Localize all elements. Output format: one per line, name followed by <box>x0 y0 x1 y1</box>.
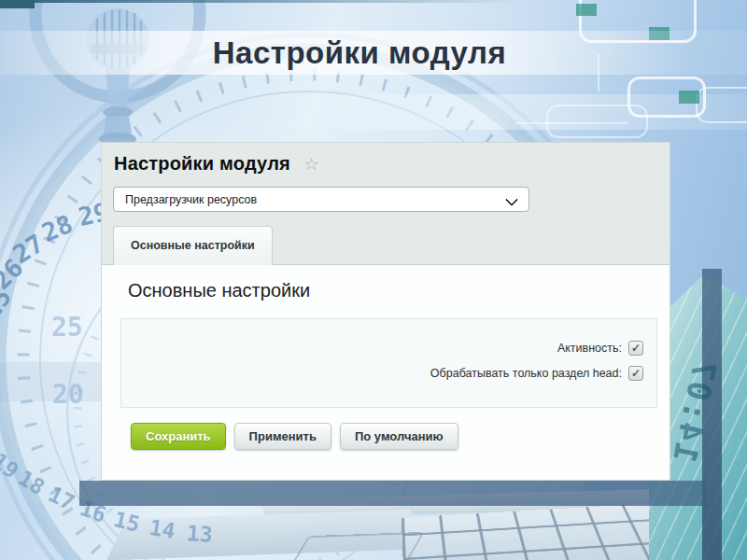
slide-background: 29 28 27 26 25 25 20 19 18 17 16 15 14 1… <box>0 0 747 560</box>
tab-strip: Основные настройки <box>102 226 669 265</box>
check-icon: ✓ <box>631 343 641 354</box>
dial-number: 19 <box>0 448 23 483</box>
teal-square-decor <box>679 91 699 104</box>
dial-number: 18 <box>14 466 49 500</box>
defaults-button[interactable]: По умолчанию <box>340 423 458 450</box>
form-row-head-only: Обрабатывать только раздел head: ✓ <box>430 366 643 381</box>
check-icon: ✓ <box>631 368 641 379</box>
page-title: Настройки модуля <box>213 35 506 71</box>
field-label-head-only: Обрабатывать только раздел head: <box>430 367 622 380</box>
slide-title-band: Настройки модуля <box>0 31 747 75</box>
dial-number: 26 <box>0 253 29 295</box>
tablet-edge-strip <box>702 269 722 560</box>
panel-title: Настройки модуля <box>114 153 290 174</box>
teal-corner-block <box>0 0 35 8</box>
form-row-activity: Активность: ✓ <box>557 341 643 356</box>
rounded-rect-decor <box>546 105 648 138</box>
settings-form: Активность: ✓ Обрабатывать только раздел… <box>120 318 657 408</box>
button-bar: Сохранить Применить По умолчанию <box>131 423 458 450</box>
dial-number: 25 <box>51 312 83 343</box>
tab-main-settings[interactable]: Основные настройки <box>113 226 273 265</box>
dial-number: 27 <box>7 229 49 270</box>
apply-button[interactable]: Применить <box>234 423 331 450</box>
top-edge-line <box>0 0 523 3</box>
teal-square-decor <box>576 4 597 16</box>
module-select[interactable]: Предзагрузчик ресурсов <box>113 187 529 212</box>
save-button[interactable]: Сохранить <box>131 423 226 450</box>
module-select-value: Предзагрузчик ресурсов <box>125 193 257 206</box>
dial-number: 25 <box>0 283 17 324</box>
panel-shadow <box>79 481 707 506</box>
activity-checkbox[interactable]: ✓ <box>628 341 643 356</box>
panel-header: Настройки модуля ☆ <box>102 143 669 175</box>
dial-number: 20 <box>52 379 84 410</box>
chevron-down-icon <box>505 193 518 206</box>
section-heading: Основные настройки <box>128 280 669 301</box>
dial-number: 28 <box>37 209 77 247</box>
module-settings-panel: Настройки модуля ☆ Предзагрузчик ресурсо… <box>101 142 670 481</box>
favorite-star-icon[interactable]: ☆ <box>303 155 318 174</box>
field-label-activity: Активность: <box>557 342 622 355</box>
connector-line-decor <box>515 122 627 124</box>
dial-number: 17 <box>45 482 78 515</box>
tab-content: Основные настройки Активность: ✓ Обрабат… <box>102 265 669 480</box>
rounded-rect-decor <box>696 87 747 123</box>
head-only-checkbox[interactable]: ✓ <box>628 366 643 381</box>
